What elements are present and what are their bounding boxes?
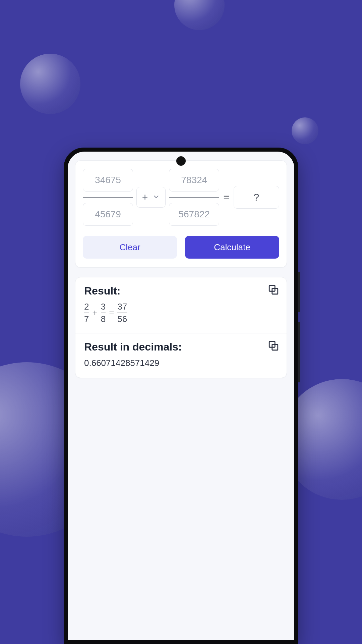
frac-denominator: 56 [117, 314, 127, 324]
phone-screen: 34675 45679 + 78324 567822 [68, 152, 294, 640]
phone-camera [176, 156, 186, 166]
fraction-2: 78324 567822 [169, 169, 219, 226]
decorative-sphere [174, 0, 225, 30]
result-frac-r: 37 56 [117, 302, 127, 324]
result-fraction-section: Result: 2 7 + 3 8 = [75, 277, 287, 333]
operator-value: + [142, 192, 148, 203]
chevron-down-icon [153, 192, 160, 203]
phone-side-button [298, 322, 300, 382]
frac-numerator: 2 [84, 302, 89, 312]
fraction-1-numerator-input[interactable]: 34675 [83, 169, 133, 192]
frac-denominator: 8 [101, 314, 106, 324]
phone-side-button [298, 272, 300, 312]
copy-result-button[interactable] [268, 284, 279, 296]
frac-numerator: 3 [101, 302, 106, 312]
results-card: Result: 2 7 + 3 8 = [75, 277, 287, 378]
copy-icon [268, 347, 279, 353]
equals-sign: = [223, 191, 230, 204]
calculate-button[interactable]: Calculate [185, 236, 279, 259]
fraction-1: 34675 45679 [83, 169, 133, 226]
decorative-sphere [20, 54, 80, 114]
clear-button[interactable]: Clear [83, 236, 177, 259]
result-frac-a: 2 7 [84, 302, 89, 324]
fraction-bar [169, 197, 219, 198]
result-decimal-value: 0.66071428571429 [84, 358, 278, 368]
calculator-card: 34675 45679 + 78324 567822 [75, 160, 287, 268]
frac-denominator: 7 [84, 314, 89, 324]
result-eq: = [109, 308, 114, 318]
result-decimal-section: Result in decimals: 0.66071428571429 [75, 333, 287, 378]
result-op: + [92, 308, 97, 318]
result-title: Result: [84, 285, 278, 297]
frac-numerator: 37 [117, 302, 127, 312]
operator-select[interactable]: + [136, 187, 166, 208]
result-expression: 2 7 + 3 8 = 37 [84, 302, 278, 324]
copy-icon [268, 291, 279, 297]
copy-decimal-button[interactable] [268, 340, 279, 352]
fraction-2-numerator-input[interactable]: 78324 [169, 169, 219, 192]
fraction-2-denominator-input[interactable]: 567822 [169, 203, 219, 226]
decorative-sphere [292, 117, 318, 144]
fraction-1-denominator-input[interactable]: 45679 [83, 203, 133, 226]
result-output: ? [234, 186, 279, 209]
result-frac-b: 3 8 [101, 302, 106, 324]
fraction-bar [83, 197, 133, 198]
result-decimal-title: Result in decimals: [84, 341, 278, 353]
phone-frame: 34675 45679 + 78324 567822 [64, 148, 298, 644]
